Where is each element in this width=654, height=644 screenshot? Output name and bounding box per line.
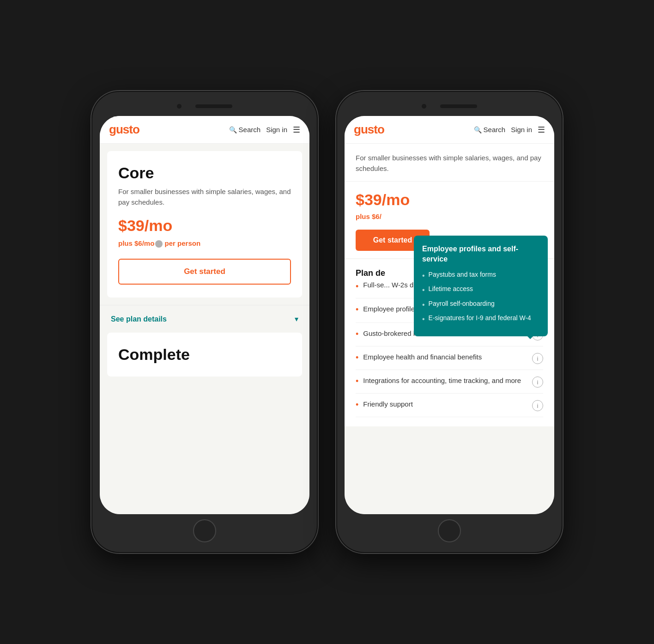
tooltip-title: Employee profiles and self-service [422, 244, 539, 265]
right-feature-benefits-left: • Employee health and financial benefits [356, 352, 527, 363]
right-top-description: For smaller businesses with simple salar… [345, 144, 554, 182]
info-icon-ben[interactable]: i [532, 353, 543, 364]
right-home-button[interactable] [438, 519, 461, 542]
left-nav-bar: gusto 🔍 Search Sign in ☰ [100, 116, 309, 144]
left-home-area [100, 517, 309, 545]
tooltip-bullet-3: • [422, 300, 425, 310]
search-label-right: Search [484, 126, 506, 134]
info-icon-int[interactable]: i [532, 377, 543, 388]
right-phone: gusto 🔍 Search Sign in ☰ For smaller bus… [336, 91, 563, 553]
search-label-left: Search [239, 126, 261, 134]
tooltip-item-4: • E-signatures for I-9 and federal W-4 [422, 314, 539, 324]
chevron-down-icon: ▾ [295, 315, 298, 323]
tooltip-item-2: • Lifetime access [422, 285, 539, 295]
right-menu-icon[interactable]: ☰ [538, 126, 545, 134]
right-scrolled-content: For smaller businesses with simple salar… [345, 144, 554, 514]
left-per-person: plus $6/mo per person [118, 239, 291, 248]
phone-notch-right [345, 99, 554, 113]
right-search-nav[interactable]: 🔍 Search [474, 126, 506, 134]
right-price: $39/mo [356, 191, 543, 209]
right-feature-bullet-sup: • [356, 400, 358, 410]
speaker-right [440, 104, 477, 108]
left-plan-price: $39/mo [118, 217, 291, 235]
per-person-prefix: plus [118, 239, 134, 247]
tooltip-text-4: E-signatures for I-9 and federal W-4 [429, 314, 531, 323]
left-search-nav[interactable]: 🔍 Search [229, 126, 261, 134]
left-signin[interactable]: Sign in [266, 126, 287, 134]
search-icon-left: 🔍 [229, 126, 237, 134]
right-feature-bullet-int: • [356, 377, 358, 386]
tooltip-popup: Employee profiles and self-service • Pay… [414, 236, 548, 336]
right-feature-support-left: • Friendly support [356, 399, 527, 410]
right-per-person-section: plus $6/ Employee profiles and self-serv… [356, 213, 543, 220]
right-feature-text-int: Integrations for accounting, time tracki… [363, 376, 521, 385]
tooltip-bullet-2: • [422, 285, 425, 295]
camera-left [177, 104, 182, 109]
right-per-person-text: plus $6/ [356, 213, 543, 220]
right-per-person-prefix: plus [356, 213, 372, 220]
per-person-suffix: per person [163, 239, 200, 247]
right-feature-integrations: • Integrations for accounting, time trac… [356, 370, 543, 394]
right-feature-bullet-partial: • [356, 281, 358, 292]
right-home-area [345, 517, 554, 545]
right-feature-integrations-left: • Integrations for accounting, time trac… [356, 376, 527, 386]
per-person-amount: $6/mo [134, 239, 163, 247]
right-feature-text-sup: Friendly support [363, 399, 413, 409]
search-icon-right: 🔍 [474, 126, 482, 134]
right-feature-support: • Friendly support i [356, 394, 543, 417]
right-feature-bullet-ben: • [356, 353, 358, 363]
tooltip-item-1: • Paystubs and tax forms [422, 270, 539, 281]
speaker-left [195, 104, 232, 108]
left-complete-card: Complete [107, 333, 302, 377]
tooltip-text-1: Paystubs and tax forms [429, 270, 496, 279]
info-icon-sup[interactable]: i [532, 400, 543, 411]
complete-title: Complete [118, 346, 291, 364]
right-price-section: $39/mo plus $6/ Employee profiles and se… [345, 182, 554, 258]
tooltip-text-3: Payroll self-onboarding [429, 299, 495, 309]
left-menu-icon[interactable]: ☰ [293, 126, 300, 134]
right-signin[interactable]: Sign in [511, 126, 532, 134]
tooltip-text-2: Lifetime access [429, 285, 473, 294]
left-see-plan-details[interactable]: See plan details ▾ [100, 305, 309, 333]
tooltip-bullet-1: • [422, 271, 425, 281]
left-phone-screen: gusto 🔍 Search Sign in ☰ Core For smalle… [100, 116, 309, 514]
left-plan-card: Core For smaller businesses with simple … [107, 151, 302, 298]
camera-right [422, 104, 426, 109]
right-feature-bullet-hi: • [356, 329, 358, 339]
cursor-indicator [155, 240, 163, 248]
right-nav-bar: gusto 🔍 Search Sign in ☰ [345, 116, 554, 144]
right-per-person-amount: $6/ [372, 213, 382, 220]
tooltip-bullet-4: • [422, 314, 425, 324]
tooltip-item-3: • Payroll self-onboarding [422, 299, 539, 310]
left-home-button[interactable] [193, 519, 216, 542]
left-screen-content: Core For smaller businesses with simple … [100, 144, 309, 514]
gusto-logo-left: gusto [109, 122, 224, 137]
phones-container: gusto 🔍 Search Sign in ☰ Core For smalle… [91, 91, 563, 553]
phone-notch-left [100, 99, 309, 113]
right-feature-text-partial: Full-se... W-2s d... [363, 280, 419, 290]
right-feature-benefits: • Employee health and financial benefits… [356, 346, 543, 370]
right-feature-text-ben: Employee health and financial benefits [363, 352, 482, 362]
right-phone-screen: gusto 🔍 Search Sign in ☰ For smaller bus… [345, 116, 554, 514]
see-plan-details-text: See plan details [111, 315, 167, 323]
left-phone: gusto 🔍 Search Sign in ☰ Core For smalle… [91, 91, 318, 553]
left-get-started-button[interactable]: Get started [118, 259, 291, 285]
left-plan-title: Core [118, 164, 291, 182]
right-feature-bullet-ep: • [356, 305, 358, 315]
left-plan-subtitle: For smaller businesses with simple salar… [118, 187, 291, 207]
gusto-logo-right: gusto [354, 122, 468, 137]
